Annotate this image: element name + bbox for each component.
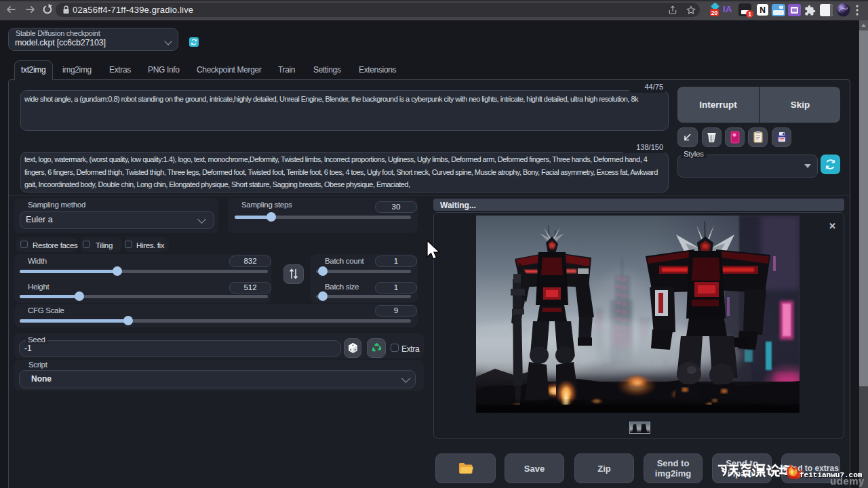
svg-text:feitianwu7.com: feitianwu7.com	[800, 471, 863, 479]
svg-text:20: 20	[711, 9, 718, 16]
svg-text:N: N	[760, 5, 766, 15]
svg-text:1: 1	[748, 11, 751, 18]
